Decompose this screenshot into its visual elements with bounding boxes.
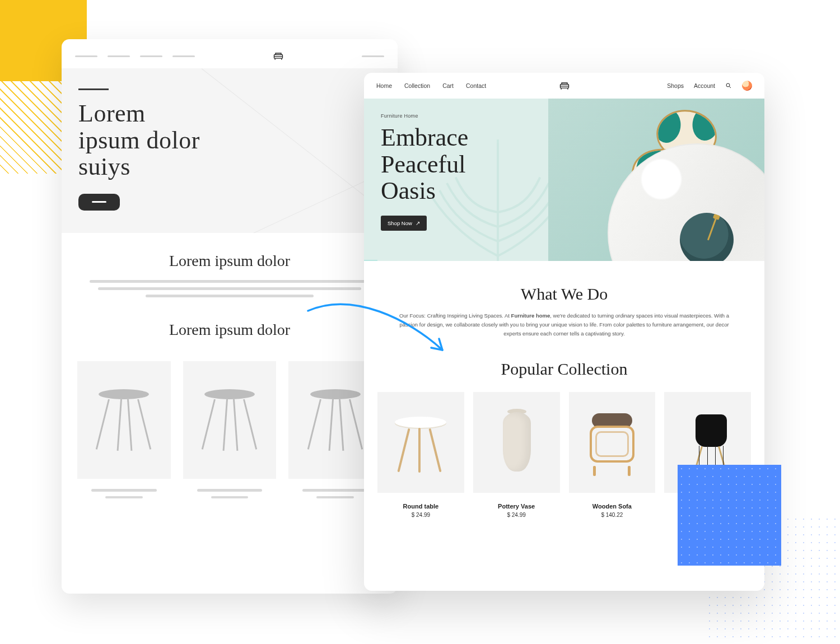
round-table-icon	[393, 409, 449, 476]
vase-icon	[488, 409, 544, 476]
section-body: Our Focus: Crafting Inspiring Living Spa…	[392, 311, 736, 338]
accent-squares	[364, 252, 377, 261]
product-price: $ 24.99	[377, 512, 464, 518]
product-card[interactable]: Pottery Vase $ 24.99	[473, 392, 560, 518]
wireframe-product-grid	[62, 349, 398, 498]
table-sketch-icon	[97, 389, 151, 451]
sofa-icon	[273, 52, 284, 60]
accent-line	[78, 88, 109, 90]
hero: Furniture Home Embrace Peaceful Oasis Sh…	[364, 99, 764, 261]
nav-shops[interactable]: Shops	[667, 82, 684, 89]
wireframe-section-title: Lorem ipsum dolor	[62, 252, 398, 270]
deco-blue-square	[678, 465, 781, 566]
hero-eyebrow: Furniture Home	[381, 113, 548, 119]
shop-now-label: Shop Now	[388, 220, 412, 226]
hero-copy: Furniture Home Embrace Peaceful Oasis Sh…	[364, 99, 548, 261]
svg-point-3	[653, 108, 683, 144]
shop-now-button[interactable]: Shop Now ↗	[381, 216, 427, 231]
nav-account[interactable]: Account	[694, 82, 715, 89]
stool-icon	[584, 409, 640, 476]
what-we-do: What We Do Our Focus: Crafting Inspiring…	[364, 261, 764, 344]
avatar[interactable]	[742, 81, 752, 91]
section-title: Popular Collection	[377, 360, 751, 379]
arrow-icon: ↗	[416, 220, 420, 226]
nav-placeholder	[362, 55, 384, 57]
wireframe-text-lines	[62, 280, 398, 297]
search-icon[interactable]	[725, 82, 732, 89]
wireframe-hero: Lorem ipsum dolor suiys	[62, 68, 398, 233]
nav-placeholder	[140, 55, 162, 57]
product-price: $ 24.99	[473, 512, 560, 518]
hero-title: Embrace Peaceful Oasis	[381, 124, 548, 204]
nav-contact[interactable]: Contact	[466, 82, 486, 89]
product-price: $ 140.22	[569, 512, 656, 518]
wireframe-product-card	[77, 361, 171, 498]
wireframe-section-title: Lorem ipsum dolor	[62, 321, 398, 339]
nav-placeholder	[108, 55, 130, 57]
wireframe-hero-title: Lorem ipsum dolor suiys	[78, 100, 381, 180]
wireframe-product-card	[183, 361, 277, 498]
svg-point-4	[690, 106, 720, 142]
product-name: Round table	[377, 503, 464, 510]
product-card[interactable]: Round table $ 24.99	[377, 392, 464, 518]
hero-image	[548, 99, 764, 261]
plate	[680, 213, 734, 261]
nav-placeholder	[75, 55, 97, 57]
product-name: Pottery Vase	[473, 503, 560, 510]
table-sketch-icon	[309, 389, 362, 451]
sofa-icon	[559, 81, 570, 90]
wireframe-cta-button[interactable]	[78, 194, 120, 211]
site-nav: Home Collection Cart Contact Shops Accou…	[364, 73, 764, 99]
table-sketch-icon	[203, 389, 256, 451]
svg-point-2	[726, 83, 730, 87]
wireframe-nav	[62, 39, 398, 68]
section-title: What We Do	[392, 284, 736, 304]
nav-cart[interactable]: Cart	[442, 82, 454, 89]
nav-collection[interactable]: Collection	[404, 82, 430, 89]
product-card[interactable]: Wooden Sofa $ 140.22	[569, 392, 656, 518]
product-name: Wooden Sofa	[569, 503, 656, 510]
nav-home[interactable]: Home	[376, 82, 392, 89]
nav-placeholder	[172, 55, 195, 57]
wireframe-card: Lorem ipsum dolor suiys Lorem ipsum dolo…	[62, 39, 398, 594]
